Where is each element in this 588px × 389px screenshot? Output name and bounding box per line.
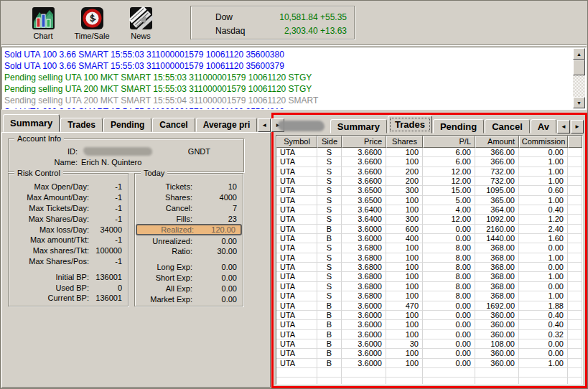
stat-value: -1	[89, 215, 122, 223]
table-row[interactable]: UTA S 3.6800 100 8.00 368.00 0.00	[276, 243, 582, 253]
trades-panel-highlighted: Summary Trades Pending Cancel Av ◄ ► Sym…	[271, 113, 587, 388]
risk-stat-row: Max Tickets/Day: -1	[9, 203, 128, 214]
cell-price: 3.6000	[342, 320, 386, 329]
quote-row: Nasdaq 2,303.40 +13.63	[215, 24, 347, 37]
tab-scroll-left-button[interactable]: ◄	[258, 118, 271, 132]
scroll-up-button[interactable]: ▲	[573, 48, 585, 60]
cell-filler	[568, 311, 582, 320]
tab[interactable]: Trades	[60, 118, 103, 132]
news-button[interactable]: News	[116, 6, 165, 40]
cell-commission: 0.00	[519, 349, 568, 358]
cell-pl: 8.00	[423, 272, 475, 281]
table-row[interactable]: UTA B 3.6000 600 0.00 2160.00 2.40	[276, 225, 582, 234]
table-row[interactable]: UTA S 3.6800 100 8.00 368.00 1.00	[276, 253, 582, 263]
cell-price: 3.6800	[342, 282, 386, 291]
table-row[interactable]: UTA S 3.6400 100 4.00 364.00 0.40	[276, 205, 582, 215]
cell-side: S	[317, 167, 342, 177]
today-stat-row: Tickets: 10	[135, 182, 243, 192]
cell-price: 3.6000	[342, 330, 386, 339]
tab[interactable]: Av	[531, 119, 556, 133]
cell-filler	[568, 272, 582, 281]
cell-side: S	[317, 148, 342, 157]
column-header-pl[interactable]: P/L	[423, 136, 475, 148]
cell-shares: 400	[386, 234, 423, 243]
table-row[interactable]: UTA S 3.6600 200 12.00 732.00 1.00	[276, 177, 582, 186]
table-row[interactable]: UTA S 3.6500 100 5.00 365.00 1.00	[276, 196, 582, 205]
cell-commission: 0.40	[519, 205, 568, 215]
cell-price: 3.6000	[342, 359, 386, 368]
table-row[interactable]: UTA S 3.6800 100 8.00 368.00 1.00	[276, 272, 582, 281]
tab[interactable]: Cancel	[152, 118, 195, 132]
table-row[interactable]: UTA B 3.6000 100 0.00 360.00 0.00	[276, 349, 582, 358]
cell-shares: 100	[386, 157, 423, 167]
cell-filler	[568, 148, 582, 157]
table-row[interactable]: UTA B 3.6000 100 0.00 360.00 1.00	[276, 359, 582, 368]
time-sale-button-label: Time/Sale	[74, 32, 109, 40]
table-row[interactable]: UTA B 3.6000 100 0.00 360.00 0.32	[276, 330, 582, 339]
tab-scroll-right-button[interactable]: ►	[571, 120, 584, 133]
quote-row: Dow 10,581.84 +55.35	[215, 10, 347, 24]
log-scrollbar[interactable]: ▲ ▼	[573, 48, 585, 108]
cell-commission: 1.00	[519, 167, 568, 177]
table-row[interactable]: UTA B 3.6000 100 0.00 360.00 0.40	[276, 320, 582, 329]
scroll-down-button[interactable]: ▼	[573, 97, 585, 108]
column-header-symbol[interactable]: Symbol	[276, 136, 317, 148]
cell-price: 3.6600	[342, 148, 386, 157]
cell-commission: 1.00	[519, 253, 568, 263]
chart-button[interactable]: Chart	[19, 6, 67, 40]
column-header-amount[interactable]: Amount	[475, 136, 519, 148]
cell-symbol: UTA	[276, 196, 317, 205]
column-header-price[interactable]: Price	[342, 136, 386, 148]
table-row[interactable]: UTA S 3.6500 300 15.00 1095.00 0.60	[276, 186, 582, 195]
cell-symbol: UTA	[276, 167, 317, 177]
cell-side: B	[317, 349, 342, 358]
tab[interactable]: Summary	[3, 114, 60, 132]
tab[interactable]: Summary	[330, 119, 387, 133]
chart-icon	[32, 6, 55, 30]
cell-price: 3.6600	[342, 157, 386, 167]
tab[interactable]: Pending	[433, 119, 484, 133]
table-row[interactable]: UTA S 3.6600 100 6.00 366.00 1.00	[276, 157, 582, 167]
cell-commission: 1.88	[519, 301, 568, 311]
tab[interactable]: Trades	[388, 116, 432, 133]
table-row[interactable]: UTA B 3.6000 100 0.00 360.00 0.40	[276, 311, 582, 320]
today-stat-row: Fills: 23	[135, 213, 243, 224]
cell-commission: 0.00	[519, 263, 568, 272]
cell-filler	[568, 263, 582, 272]
tab[interactable]: Cancel	[485, 119, 530, 133]
cell-shares: 100	[386, 263, 423, 272]
table-row[interactable]: UTA S 3.6600 100 6.00 366.00 0.00	[276, 148, 582, 157]
cell-commission: 1.60	[519, 234, 568, 243]
table-row[interactable]: UTA B 3.6000 470 0.00 1692.00 1.88	[276, 301, 582, 311]
scrollbar-thumb[interactable]	[573, 60, 585, 75]
risk-stat-row: Max Shares/Pos: -1	[9, 256, 128, 267]
stat-label: Ratio:	[138, 247, 192, 256]
column-header-shares[interactable]: Shares	[386, 136, 423, 148]
table-row[interactable]: UTA S 3.6800 100 8.00 368.00 0.00	[276, 282, 582, 291]
time-sale-button[interactable]: $ Time/Sale	[67, 6, 116, 40]
cell-side: B	[317, 359, 342, 368]
table-row[interactable]: UTA S 3.6800 100 8.00 368.00 0.00	[276, 263, 582, 272]
quote-index-value: 10,581.84 +55.35	[266, 12, 347, 22]
tab[interactable]: Pending	[103, 118, 151, 132]
table-row[interactable]: UTA S 3.6800 100 8.00 368.00 1.00	[276, 291, 582, 301]
cell-side: S	[317, 253, 342, 263]
cell-pl: 8.00	[423, 243, 475, 253]
table-row[interactable]: UTA S 3.6600 200 12.00 732.00 1.00	[276, 167, 582, 177]
table-row[interactable]: UTA S 3.6400 300 12.00 1092.00 1.20	[276, 215, 582, 224]
stat-label: Max Shares/Day:	[11, 215, 89, 223]
tab[interactable]: Average pri	[196, 118, 258, 132]
cell-filler	[568, 177, 582, 186]
table-row[interactable]: UTA B 3.6000 400 0.00 1440.00 1.60	[276, 234, 582, 243]
order-message-log[interactable]: Sold UTA 100 3.66 SMART 15:55:03 3110000…	[1, 47, 587, 110]
tab-scroll-left-button[interactable]: ◄	[557, 120, 570, 133]
table-row[interactable]: UTA B 3.6000 30 0.00 108.00 0.00	[276, 339, 582, 349]
cell-shares: 100	[386, 148, 423, 157]
column-header-commission[interactable]: Commission	[519, 136, 568, 148]
column-header-side[interactable]: Side	[317, 136, 342, 148]
cell-shares: 100	[386, 243, 423, 253]
cell-commission: 0.00	[519, 339, 568, 349]
stat-label: Fills:	[138, 215, 192, 223]
stat-value: 136001	[89, 273, 122, 281]
cell-shares: 100	[386, 291, 423, 301]
